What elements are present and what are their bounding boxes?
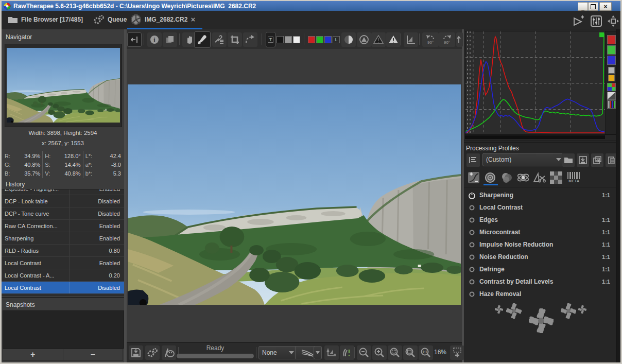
tool-defringe[interactable]: Defringe1:1 (464, 263, 616, 275)
tool-noise-reduction[interactable]: Noise Reduction1:1 (464, 251, 616, 263)
zoom-out-button[interactable] (357, 345, 371, 360)
profile-select[interactable]: (Custom) (482, 153, 565, 166)
tool-microcontrast[interactable]: Microcontrast1:1 (464, 226, 616, 238)
background-color-select[interactable]: None (258, 346, 298, 359)
navigator-preview[interactable] (5, 44, 122, 127)
tool-contrast-by-detail-levels[interactable]: Contrast by Detail Levels1:1 (464, 275, 616, 288)
bullet-icon[interactable] (464, 279, 479, 285)
remove-snapshot-button[interactable]: − (63, 349, 124, 361)
highlight-clipping-button[interactable] (386, 32, 401, 47)
history-row[interactable]: Exposure - Highligh...Enabled (2, 189, 124, 195)
copy-profile-button[interactable] (591, 153, 604, 167)
history-row[interactable]: DCP - Tone curveDisabled (2, 207, 124, 220)
zoom-in-button[interactable] (372, 345, 387, 360)
flip-button-clipped[interactable] (456, 32, 463, 47)
tab-color[interactable] (499, 170, 514, 184)
color-picker-button[interactable] (194, 31, 211, 48)
add-snapshot-button[interactable]: + (3, 349, 63, 361)
tab-advanced[interactable] (515, 170, 531, 184)
rotate-left-button[interactable]: 90° (422, 32, 439, 47)
load-profile-button[interactable] (562, 153, 575, 167)
history-row-selected[interactable]: Local ContrastDisabled (2, 282, 124, 294)
history-row[interactable]: Raw CA Correction...Enabled (2, 220, 124, 232)
save-image-button[interactable] (129, 345, 143, 360)
tool-local-contrast[interactable]: Local Contrast (464, 201, 616, 214)
histogram-luminosity-toggle[interactable] (608, 67, 615, 74)
add-detail-window-button[interactable] (450, 345, 464, 360)
shadow-clipping-button[interactable] (371, 32, 386, 47)
histogram-green-toggle[interactable] (607, 45, 616, 55)
minimize-button[interactable]: _ (578, 2, 588, 11)
tool-edges[interactable]: Edges1:1 (464, 214, 616, 226)
tab-raw[interactable] (548, 170, 564, 184)
tool-impulse-noise-reduction[interactable]: Impulse Noise Reduction1:1 (464, 238, 616, 251)
bullet-icon[interactable] (464, 267, 479, 272)
histogram-mode-toggle[interactable] (607, 92, 616, 100)
tab-queue[interactable]: Queue (93, 11, 127, 28)
preview-focus-mask-button[interactable] (341, 32, 356, 47)
preferences-icon[interactable] (590, 15, 602, 27)
before-after-button[interactable] (163, 32, 177, 47)
history-row[interactable]: DCP - Look tableDisabled (2, 195, 124, 207)
bullet-icon[interactable] (464, 254, 479, 260)
hide-left-panel-button[interactable] (127, 32, 142, 47)
bullet-icon[interactable] (464, 242, 479, 248)
bullet-icon[interactable] (464, 291, 479, 297)
history-row[interactable]: Local ContrastEnabled (2, 257, 124, 269)
info-button[interactable]: i (147, 32, 162, 47)
histogram-chart[interactable] (465, 31, 605, 134)
histogram-chromaticity-toggle[interactable] (608, 75, 615, 81)
curve-type-dropdown[interactable] (314, 346, 322, 359)
channel-red-button[interactable] (308, 36, 315, 43)
title-bar[interactable]: RawTherapee 5.6-213-g46cbb652d - C:\User… (2, 1, 620, 11)
histogram-red-toggle[interactable] (607, 35, 616, 44)
history-row[interactable]: RLD - Radius0.80 (2, 245, 124, 257)
tab-metadata[interactable]: META (565, 170, 583, 184)
history-row[interactable]: SharpeningEnabled (2, 232, 124, 245)
zoom-fit-button[interactable] (388, 345, 402, 360)
fullscreen-icon[interactable] (607, 15, 619, 27)
bullet-icon[interactable] (464, 205, 479, 211)
straighten-tool-button[interactable] (243, 32, 257, 47)
background-black-button[interactable] (277, 36, 284, 43)
photo-preview[interactable] (128, 84, 461, 305)
zoom-100-button[interactable]: 1:1 (419, 345, 433, 360)
tab-close-icon[interactable]: × (191, 15, 195, 24)
bullet-icon[interactable] (464, 217, 479, 223)
tool-haze-removal[interactable]: Haze Removal (464, 288, 616, 300)
snapshots-list[interactable] (3, 310, 124, 349)
tab-transform[interactable] (532, 170, 547, 184)
maximize-button[interactable] (588, 2, 598, 11)
fast-export-icon[interactable] (572, 15, 585, 27)
before-after-view-button[interactable] (324, 345, 339, 360)
history-row[interactable]: Local Contrast - A...0.20 (2, 269, 124, 282)
tab-file-browser[interactable]: File Browser [17/485] (8, 11, 83, 28)
background-white-button[interactable] (293, 36, 300, 43)
histogram-blue-toggle[interactable] (607, 56, 616, 65)
histogram-bar-toggle[interactable] (607, 100, 616, 109)
vertical-split-button[interactable] (340, 345, 354, 360)
profile-fill-mode-button[interactable] (466, 153, 480, 167)
add-to-queue-button[interactable] (145, 345, 160, 360)
power-icon[interactable] (464, 192, 479, 199)
background-gray-button[interactable] (285, 36, 292, 43)
zoom-fit-crop-button[interactable] (403, 345, 418, 360)
bullet-icon[interactable] (464, 230, 479, 235)
soft-proofing-button[interactable] (404, 32, 418, 47)
channel-green-button[interactable] (316, 36, 323, 43)
histogram-raw-toggle[interactable] (607, 83, 616, 91)
background-color-image-button[interactable]: T (266, 32, 275, 47)
channel-luminosity-button[interactable]: L (333, 36, 340, 43)
tab-detail-active[interactable] (482, 170, 498, 184)
crop-tool-button[interactable] (228, 32, 242, 47)
channel-blue-button[interactable] (324, 36, 332, 43)
white-balance-picker-button[interactable] (212, 32, 227, 47)
right-panel-scrollbar[interactable] (616, 29, 620, 362)
send-to-editor-button[interactable] (162, 345, 176, 360)
sharpening-mask-button[interactable] (357, 32, 371, 47)
close-button[interactable]: × (599, 2, 612, 11)
tool-sharpening[interactable]: Sharpening1:1 (464, 189, 616, 201)
save-profile-button[interactable] (576, 153, 590, 167)
image-canvas[interactable] (127, 49, 462, 343)
rotate-right-button[interactable]: 90° (439, 32, 455, 47)
